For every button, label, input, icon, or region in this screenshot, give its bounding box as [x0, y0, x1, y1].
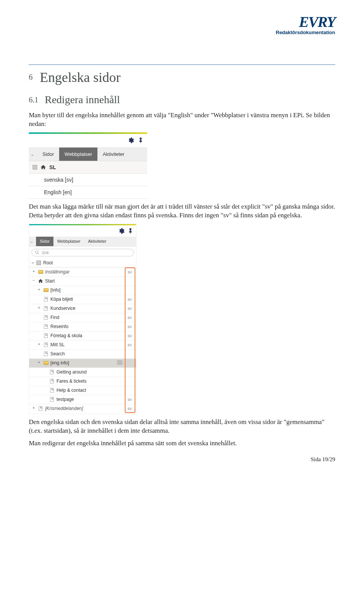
tab-webbplatser[interactable]: Webbplatser — [53, 237, 85, 246]
lang-badge: sv — [126, 397, 134, 402]
lang-row-sv[interactable]: svenska [sv] — [29, 174, 147, 186]
paragraph-4: Man redigerar det engelska innehållet på… — [29, 439, 335, 448]
tree-label: Mitt SL — [50, 342, 126, 347]
tree-label: Getting around — [56, 369, 126, 375]
page-icon — [43, 306, 49, 311]
page-tree: +Inställningarsv−Start+[Info]Köpa biljet… — [29, 267, 136, 414]
tree-label: Kundservice — [50, 306, 126, 311]
page-icon — [43, 342, 49, 347]
tree-label: [Krismeddelanden] — [45, 406, 126, 411]
tree-label: Search — [50, 351, 126, 356]
tree-row[interactable]: Getting around — [29, 367, 136, 377]
tab-collapse[interactable]: ⌄ — [29, 237, 36, 246]
home-icon — [38, 278, 44, 284]
expand-icon — [37, 297, 41, 302]
lang-badge: sv — [126, 306, 134, 311]
paragraph-1: Man byter till det engelska innehållet g… — [29, 111, 335, 129]
lang-badge: sv — [126, 333, 134, 338]
tab-sidor[interactable]: Sidor — [36, 237, 53, 246]
tree-row[interactable]: +Inställningarsv — [29, 267, 136, 276]
tree-row[interactable]: +[Krismeddelanden]sv — [29, 404, 136, 413]
gear-icon[interactable] — [127, 137, 134, 144]
paragraph-2: Det man ska lägga märke till när man gjo… — [29, 203, 335, 220]
page-header: EVRY Redaktörsdokumentation — [29, 15, 335, 53]
search-input[interactable]: Sök — [31, 249, 134, 256]
tree-row[interactable]: −Start — [29, 276, 136, 286]
expand-icon — [43, 379, 47, 383]
expand-icon — [37, 333, 41, 338]
expand-icon[interactable]: − — [31, 279, 36, 283]
screenshot-2: ⌄ Sidor Webbplatser Aktiviteter Sök − Ro… — [29, 224, 335, 414]
collapse-icon: − — [31, 260, 34, 265]
epi-panel: ⌄ Sidor Webbplatser Aktiviteter SL svens… — [29, 132, 147, 199]
tree-label: Start — [45, 278, 126, 284]
panel-tabs: ⌄ Sidor Webbplatser Aktiviteter — [29, 148, 147, 161]
tree-row[interactable]: Help & contact — [29, 386, 136, 395]
page-icon — [43, 333, 49, 338]
expand-icon — [43, 388, 47, 393]
expand-icon — [43, 397, 47, 402]
subsection-heading: 6.1 Redigera innehåll — [29, 94, 335, 106]
tree-label: Reseinfo — [50, 324, 126, 329]
site-row-sl[interactable]: SL — [29, 161, 147, 174]
home-icon — [40, 164, 46, 170]
site-label: SL — [49, 164, 56, 170]
lang-badge: sv — [126, 324, 134, 329]
page-icon — [43, 297, 49, 302]
tree-row[interactable]: Search — [29, 349, 136, 358]
menu-icon[interactable] — [117, 361, 122, 365]
tree-row[interactable]: Företag & skolasv — [29, 331, 136, 340]
tab-collapse[interactable]: ⌄ — [29, 148, 37, 161]
page-icon — [43, 351, 49, 356]
tab-aktiviteter[interactable]: Aktiviteter — [84, 237, 110, 246]
gear-icon[interactable] — [118, 228, 125, 234]
expand-icon — [37, 315, 41, 320]
screenshot-1: ⌄ Sidor Webbplatser Aktiviteter SL svens… — [29, 132, 335, 199]
tab-sidor[interactable]: Sidor — [37, 148, 59, 161]
tree-label: Företag & skola — [50, 333, 126, 338]
lang-row-en[interactable]: English [en] — [29, 186, 147, 199]
pin-icon[interactable] — [137, 137, 144, 144]
expand-icon[interactable]: + — [37, 361, 41, 365]
tree-row[interactable]: Fares & tickets — [29, 377, 136, 386]
page-icon — [49, 378, 55, 384]
search-icon — [35, 250, 39, 255]
lang-badge: sv — [126, 342, 134, 347]
expand-icon — [37, 324, 41, 329]
tree-row[interactable]: +Kundservicesv — [29, 304, 136, 313]
tree-row[interactable]: Köpa biljettsv — [29, 295, 136, 304]
tree-row[interactable]: Reseinfosv — [29, 322, 136, 331]
expand-icon[interactable]: + — [37, 288, 41, 292]
tree-label: Köpa biljett — [50, 297, 126, 302]
subsection-title: Redigera innehåll — [45, 94, 120, 105]
subsection-number: 6.1 — [29, 96, 38, 104]
expand-icon[interactable]: + — [37, 306, 41, 311]
folder-icon — [38, 269, 44, 275]
chevron-down-icon: ⌄ — [30, 239, 33, 243]
tab-webbplatser[interactable]: Webbplatser — [59, 148, 97, 161]
lang-badge: sv — [126, 315, 134, 320]
expand-icon[interactable]: + — [37, 342, 41, 347]
pin-icon[interactable] — [127, 228, 134, 234]
section-number: 6 — [29, 73, 33, 81]
folder-icon — [43, 287, 49, 293]
tab-aktiviteter[interactable]: Aktiviteter — [97, 148, 130, 161]
root-row[interactable]: − Root — [29, 259, 136, 267]
tree-row[interactable]: +Mitt SLsv — [29, 340, 136, 349]
epi-panel: ⌄ Sidor Webbplatser Aktiviteter Sök − Ro… — [29, 224, 136, 414]
tree-row[interactable]: +[eng info] — [29, 358, 136, 367]
tree-row[interactable]: +[Info] — [29, 286, 136, 295]
expand-icon[interactable]: + — [31, 406, 36, 411]
expand-icon[interactable]: + — [31, 270, 36, 274]
expand-icon — [37, 352, 41, 356]
page-icon — [49, 369, 55, 375]
lang-badge: sv — [126, 270, 134, 274]
section-title: Engelska sidor — [40, 70, 121, 85]
tree-row[interactable]: Findsv — [29, 313, 136, 322]
tree-row[interactable]: testpagesv — [29, 395, 136, 404]
folder-icon — [43, 360, 49, 366]
chevron-down-icon: ⌄ — [30, 151, 35, 157]
tree-label: Help & contact — [56, 388, 126, 393]
panel-toolbar — [29, 225, 136, 237]
square-icon — [36, 261, 41, 265]
